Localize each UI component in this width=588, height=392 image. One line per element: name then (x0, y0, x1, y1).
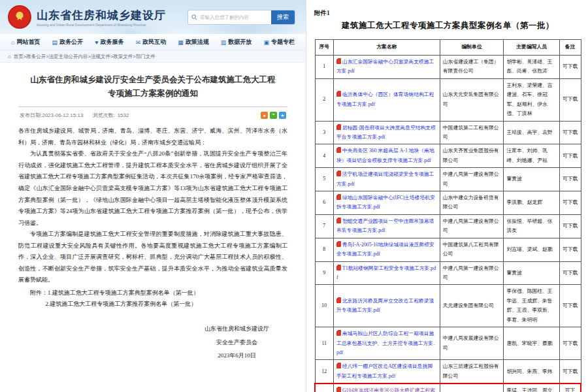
plan-link[interactable]: G104京岚线济南黄河公路大桥扩建工程索塔专项施工方案.pdf (336, 387, 435, 392)
unit-cell: 中国建筑第二工程有限公司 (440, 121, 504, 144)
note-cell: 可下载 (559, 384, 581, 392)
chat-bubbles-icon[interactable]: ❞ (270, 112, 277, 119)
plan-name-cell: 中央商务区 360 米超高层 A-1 地块（南地块）项目铝合金模板支撑专项施工方… (333, 144, 440, 168)
note-cell: 可下载 (559, 56, 581, 79)
breadcrumb-trail[interactable]: 首页>政务公开>法定主动公开内容>法规文件>政策文件>部门文件 (14, 54, 155, 60)
column-header: 主要编写人员 (504, 40, 559, 56)
note-cell: 可下载 (559, 214, 581, 238)
views-label: 浏览次数: (92, 112, 114, 119)
authors-cell: 董贯波 (504, 168, 559, 191)
breadcrumb: ⌂ 首页>政务公开>法定主动公开内容>法规文件>政策文件>部门文件 (0, 51, 306, 63)
nav-item-2[interactable]: ▤政务公开 (52, 38, 84, 46)
unit-cell: 中国建筑第八工程局有限公司 (440, 238, 504, 261)
plan-link[interactable]: 绿地山东国际金融中心(IFC)主塔楼塔机安拆专项施工方案.pdf (336, 195, 435, 210)
plan-name-cell: 经八纬一棚户区改造A区建设项目悬挑脚手架工程专项施工方案.pdf (333, 360, 440, 384)
article-paragraph: 为认真贯彻落实省委、省政府关于安全生产“八抓20条”创新举措，巩固提升安全生产专… (18, 148, 287, 229)
site-title-en: Housing and Urban-Rural Development Depa… (37, 23, 155, 27)
plan-name-cell: 碧桂园·国岳府项目大跨度高悬空结构支模平台专项施工方案.pdf (333, 121, 440, 144)
note-cell: 可下载 (559, 261, 581, 285)
note-cell: 可下载 (559, 327, 581, 360)
article-meta: 发布日期:2023-06-12 15:13 浏览次数: 1532 ●❞★ (18, 107, 287, 125)
nav-item-4[interactable]: ✉政民互动 (136, 38, 167, 46)
plan-link[interactable]: 临沂奥体中心（西区）体育场钢结构工程专项施工方案.pdf (336, 91, 434, 106)
table-row: 1山东汇金国际金融中心贝雷梁高支模施工方案.pdf山东省建设建工（集团）有限责任… (315, 56, 581, 79)
unit-cell: 山东天元安装集团有限公司 (440, 78, 504, 121)
unit-cell: 山东省建设建工（集团）有限责任公司 (440, 56, 504, 79)
plan-link[interactable]: T1航站楼钢网架工程安全专项施工方案.pdf (336, 265, 436, 280)
serial-cell: 2 (315, 78, 333, 121)
article: 山东省住房和城乡建设厅安全生产委员会关于公布建筑施工危大工程专项施工方案案例的通… (0, 63, 306, 310)
star-icon[interactable]: ★ (279, 112, 286, 119)
signature-line: 2023年6月10日 (204, 349, 269, 363)
unit-cell: 山东三箭建设工程股份有限公司 (440, 360, 504, 384)
plan-link[interactable]: 南城马鞍山片区人防综合工程一期项目施工总承包基坑支护、土方开挖专项施工方案.pd… (336, 331, 434, 355)
signature-block: 山东省住房和城乡建设厅安全生产委员会2023年6月10日 (204, 322, 269, 363)
table-row: 4中央商务区 360 米超高层 A-1 地块（南地块）项目铝合金模板支撑专项施工… (315, 144, 581, 168)
note-cell: 可下载 (559, 144, 581, 168)
pdf-icon (336, 124, 341, 130)
nav-item-label: 政务公开 (59, 38, 83, 46)
table-row: 3碧桂园·国岳府项目大跨度高悬空结构支模平台专项施工方案.pdf中国建筑第二工程… (315, 121, 581, 144)
authors-cell: 王靖援、高宇、袁野 (504, 121, 559, 144)
unit-cell: 中建八局第一建设有限公司 (440, 261, 504, 285)
plan-name-cell: 智能交通产业园项目一空中连廊吊顶幕墙吊装专项施工方案.pdf (333, 214, 440, 238)
pdf-icon (336, 330, 341, 336)
nav-item-5[interactable]: ▦政策法规 (178, 38, 209, 46)
column-header: 备注 (559, 40, 581, 56)
nav-item-label: 网站首页 (16, 38, 40, 46)
serial-cell: 8 (315, 238, 333, 261)
nav-item-7[interactable]: ▣专题专栏 (263, 38, 295, 46)
plan-link[interactable]: 北京路沂河桥及两岸立交改造工程桥梁顶升专项施工方案.pdf (336, 298, 434, 313)
authors-cell: 胡学彬、黄泽雄、王磊、尚甫、张胜涛 (504, 56, 559, 79)
pdf-icon (336, 387, 341, 392)
nav-item-3[interactable]: ♥政务服务 (95, 38, 123, 46)
plan-link[interactable]: 山东汇金国际金融中心贝雷梁高支模施工方案.pdf (336, 59, 434, 74)
services-icon: ♥ (95, 39, 98, 46)
policy-icon: ▦ (178, 39, 184, 46)
nav-item-6[interactable]: ▥数据开放 (221, 38, 252, 46)
pdf-icon (336, 363, 341, 368)
plan-link[interactable]: 青岛I-A-2005-10地块绿城项目液压爬模安全专项施工方案.pdf (336, 242, 434, 257)
table-row: 13G104京岚线济南黄河公路大桥扩建工程索塔专项施工方案.pdf济南城建集团有… (315, 384, 581, 392)
plan-link[interactable]: 碧桂园·国岳府项目大跨度高悬空结构支模平台专项施工方案.pdf (336, 125, 436, 140)
eye-icon[interactable]: ● (261, 112, 268, 119)
table-row: 10北京路沂河桥及两岸立交改造工程桥梁顶升专项施工方案.pdf天元建设集团有限公… (315, 285, 581, 327)
unit-cell: 山东中建众力设备租赁有限公司 (440, 191, 504, 215)
serial-cell: 4 (315, 144, 333, 168)
plan-name-cell: 青岛I-A-2005-10地块绿城项目液压爬模安全专项施工方案.pdf (333, 238, 440, 261)
pdf-icon (336, 58, 341, 64)
unit-cell: 山东天齐置业集团股份有限公司 (440, 144, 504, 168)
table-row: 7智能交通产业园项目一空中连廊吊顶幕墙吊装专项施工方案.pdf中建八局第二建设有… (315, 214, 581, 238)
pdf-icon (336, 218, 341, 223)
nav-item-label: 数据开放 (228, 38, 252, 46)
pdf-icon (336, 171, 341, 176)
plan-link[interactable]: 中央商务区 360 米超高层 A-1 地块（南地块）项目铝合金模板支撑专项施工方… (336, 148, 434, 163)
nav-item-1[interactable]: ⌂网站首页 (11, 38, 40, 46)
attachments-label: 附件： (30, 289, 48, 296)
plan-name-cell: 北京路沂河桥及两岸立交改造工程桥梁顶升专项施工方案.pdf (333, 285, 440, 327)
openness-icon: ▤ (52, 39, 58, 46)
search-input[interactable] (200, 10, 271, 24)
serial-cell: 3 (315, 121, 333, 144)
article-paragraph: 专项施工方案编制是建筑施工危大工程安全管理的重要制度措施，对消除建筑施工重大事故… (18, 229, 287, 286)
site-title: 山东省住房和城乡建设厅 (37, 8, 166, 23)
plan-name-cell: T1航站楼钢网架工程安全专项施工方案.pdf (333, 261, 440, 285)
attachment-line: 2.建筑施工危大工程专项施工方案推荐案例名单（第一批） (45, 299, 287, 310)
unit-cell: 天元建设集团有限公司 (440, 285, 504, 327)
gov-website-window: ★ 山东省住房和城乡建设厅 Housing and Urban-Rural De… (0, 0, 306, 392)
serial-cell: 13 (315, 384, 333, 392)
table-row: 11南城马鞍山片区人防综合工程一期项目施工总承包基坑支护、土方开挖专项施工方案.… (315, 327, 581, 360)
plan-link[interactable]: 济宁机场迁建项目现浇箱梁安全专项施工方案.pdf (336, 171, 434, 186)
nav-item-label: 政策法规 (186, 38, 209, 46)
site-title-block: 山东省住房和城乡建设厅 Housing and Urban-Rural Deve… (37, 8, 166, 27)
note-cell: 可下载 (559, 121, 581, 144)
plan-link[interactable]: 经八纬一棚户区改造A区建设项目悬挑脚手架工程专项施工方案.pdf (336, 363, 433, 378)
plan-link[interactable]: 智能交通产业园项目一空中连廊吊顶幕墙吊装专项施工方案.pdf (336, 218, 434, 233)
national-emblem-logo: ★ (8, 5, 31, 29)
search-button[interactable]: 搜索 (271, 10, 295, 24)
plan-name-cell: 绿地山东国际金融中心(IFC)主塔楼塔机安拆专项施工方案.pdf (333, 191, 440, 215)
column-header: 编制单位 (440, 40, 504, 56)
pdf-icon (336, 297, 341, 303)
article-title: 山东省住房和城乡建设厅安全生产委员会关于公布建筑施工危大工程专项施工方案案例的通… (18, 73, 287, 100)
nav-item-label: 专题专栏 (271, 38, 295, 46)
